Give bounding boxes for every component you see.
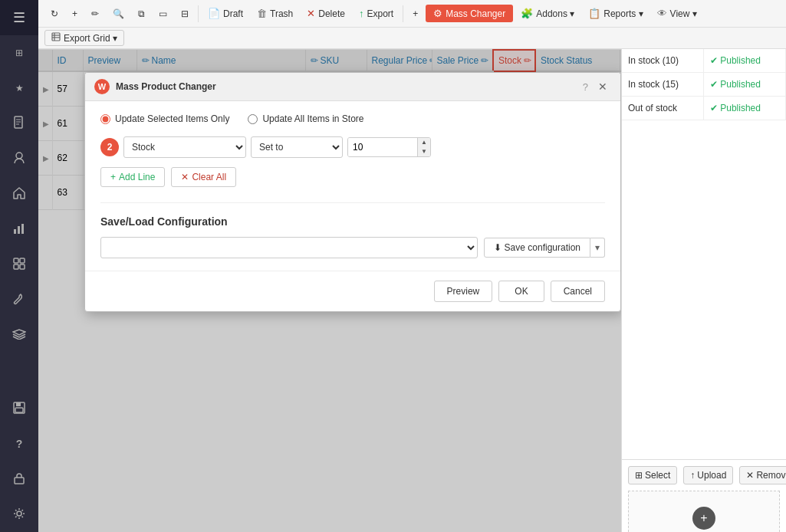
- chart-icon: [13, 222, 25, 237]
- puzzle-icon: [12, 257, 26, 273]
- sidebar-item-star[interactable]: ★: [0, 71, 38, 106]
- svg-rect-14: [15, 408, 23, 412]
- addons-icon: 🧩: [521, 8, 533, 19]
- modal-cancel-button[interactable]: Cancel: [551, 281, 605, 302]
- svg-rect-5: [14, 229, 16, 234]
- upload-image-label: Upload: [697, 470, 726, 481]
- modal-ok-button[interactable]: OK: [498, 281, 544, 302]
- rule-badge: 2: [100, 138, 119, 156]
- rule-amount-down[interactable]: ▼: [418, 147, 430, 156]
- delete-button[interactable]: ✕ Delete: [301, 5, 351, 21]
- sidebar-item-file[interactable]: [0, 106, 38, 141]
- export-button[interactable]: ↑ Export: [353, 5, 400, 21]
- sidebar-hamburger[interactable]: ☰: [0, 0, 38, 35]
- modal-preview-button[interactable]: Preview: [434, 281, 493, 302]
- search-button[interactable]: 🔍: [107, 6, 130, 21]
- right-panel-image-area: ⊞ Select ↑ Upload ✕ Remove + Drop image …: [622, 459, 786, 532]
- sidebar-item-puzzle[interactable]: [0, 247, 38, 282]
- sidebar: ☰ ⊞ ★: [0, 0, 38, 532]
- trash-label: Trash: [270, 8, 293, 19]
- upload-image-button[interactable]: ↑ Upload: [683, 466, 733, 484]
- rule-row: 2 Stock Price Sale Price Status Set to I…: [100, 136, 605, 158]
- modal-help-icon[interactable]: ?: [583, 81, 588, 93]
- save-config-group: ⬇ Save configuration ▾: [484, 238, 605, 258]
- preview-window-button[interactable]: ▭: [153, 6, 173, 21]
- add-small-button[interactable]: +: [406, 6, 424, 21]
- sidebar-item-layers[interactable]: [0, 317, 38, 353]
- add-line-icon: +: [110, 172, 116, 182]
- edit-icon: ✏: [91, 8, 99, 19]
- addons-button[interactable]: 🧩 Addons ▾: [515, 5, 580, 21]
- modal-preview-label: Preview: [447, 286, 480, 297]
- copy-icon: ⧉: [138, 8, 145, 19]
- right-check-1: ✔: [710, 55, 718, 66]
- select-image-button[interactable]: ⊞ Select: [628, 466, 677, 484]
- modal-close-button[interactable]: ✕: [594, 79, 611, 94]
- config-select[interactable]: [100, 237, 478, 258]
- export-grid-icon: [51, 32, 61, 44]
- add-line-button[interactable]: + Add Line: [100, 167, 165, 187]
- svg-rect-6: [18, 226, 20, 234]
- save-config-arrow-button[interactable]: ▾: [590, 238, 605, 258]
- rule-amount-input[interactable]: [348, 138, 417, 156]
- draft-label: Draft: [223, 8, 243, 19]
- radio-all-label: Update All Items in Store: [262, 113, 363, 124]
- remove-image-button[interactable]: ✕ Remove: [739, 466, 786, 484]
- radio-selected-input[interactable]: [100, 114, 110, 124]
- rule-op-select[interactable]: Set to Increase by Decrease by Multiply …: [251, 136, 343, 158]
- modal-cancel-label: Cancel: [564, 286, 592, 297]
- sidebar-item-dashboard[interactable]: ⊞: [0, 35, 38, 71]
- radio-all-input[interactable]: [248, 114, 258, 124]
- right-stock-status-2: In stock (15): [622, 73, 704, 97]
- export-label: Export: [367, 8, 393, 19]
- rule-field-select[interactable]: Stock Price Sale Price Status: [123, 136, 246, 158]
- remove-image-label: Remove: [756, 470, 786, 481]
- sidebar-item-chart[interactable]: [0, 212, 38, 247]
- mass-changer-button[interactable]: ⚙ Mass Changer: [426, 5, 513, 22]
- export-icon: ↑: [359, 8, 364, 19]
- sidebar-item-lock[interactable]: [0, 461, 38, 497]
- select-image-label: Select: [645, 470, 670, 481]
- radio-all-items[interactable]: Update All Items in Store: [248, 113, 363, 124]
- add-icon: +: [72, 8, 77, 19]
- image-drop-zone[interactable]: + Drop image here Preview image: [628, 491, 780, 532]
- user-icon: [13, 151, 25, 167]
- right-panel-row: In stock (15) ✔ Published: [622, 73, 786, 97]
- clear-all-label: Clear All: [192, 172, 226, 182]
- rule-amount-up[interactable]: ▲: [418, 138, 430, 147]
- add-button[interactable]: +: [66, 6, 84, 21]
- multi-button[interactable]: ⊟: [175, 6, 195, 21]
- toolbar: ↻ + ✏ 🔍 ⧉ ▭ ⊟ 📄 Draft 🗑 Trash ✕: [38, 0, 786, 28]
- remove-image-icon: ✕: [746, 470, 754, 481]
- modal-logo: W: [94, 79, 110, 94]
- view-label: View ▾: [670, 8, 697, 19]
- sidebar-item-save[interactable]: [0, 391, 38, 426]
- export-grid-button[interactable]: Export Grid ▾: [44, 30, 124, 46]
- trash-button[interactable]: 🗑 Trash: [251, 5, 299, 21]
- content-area: ID Preview ✏ Name: [38, 49, 786, 532]
- sidebar-item-settings[interactable]: [0, 497, 38, 532]
- save-config-button[interactable]: ⬇ Save configuration: [484, 238, 590, 258]
- copy-button[interactable]: ⧉: [132, 6, 151, 21]
- edit-button[interactable]: ✏: [85, 6, 105, 21]
- sidebar-item-tools[interactable]: [0, 282, 38, 317]
- clear-all-button[interactable]: ✕ Clear All: [171, 167, 236, 187]
- view-icon: 👁: [657, 8, 667, 19]
- right-panel: In stock (10) ✔ Published In: [621, 49, 786, 532]
- sidebar-item-help[interactable]: ?: [0, 426, 38, 461]
- view-button[interactable]: 👁 View ▾: [651, 5, 703, 21]
- mass-changer-modal: W Mass Product Changer ? ✕: [84, 72, 621, 312]
- right-panel-table: In stock (10) ✔ Published In: [622, 49, 786, 459]
- right-stock-status-3: Out of stock: [622, 97, 704, 120]
- sidebar-item-home[interactable]: [0, 176, 38, 212]
- modal-title: Mass Product Changer: [116, 81, 216, 92]
- svg-rect-9: [20, 258, 25, 263]
- refresh-button[interactable]: ↻: [44, 6, 64, 21]
- reports-button[interactable]: 📋 Reports ▾: [582, 5, 649, 21]
- main-content: ↻ + ✏ 🔍 ⧉ ▭ ⊟ 📄 Draft 🗑 Trash ✕: [38, 0, 786, 532]
- draft-button[interactable]: 📄 Draft: [202, 5, 249, 21]
- select-image-icon: ⊞: [635, 470, 643, 481]
- separator-2: [403, 5, 403, 22]
- radio-selected-items[interactable]: Update Selected Items Only: [100, 113, 229, 124]
- sidebar-item-user[interactable]: [0, 141, 38, 176]
